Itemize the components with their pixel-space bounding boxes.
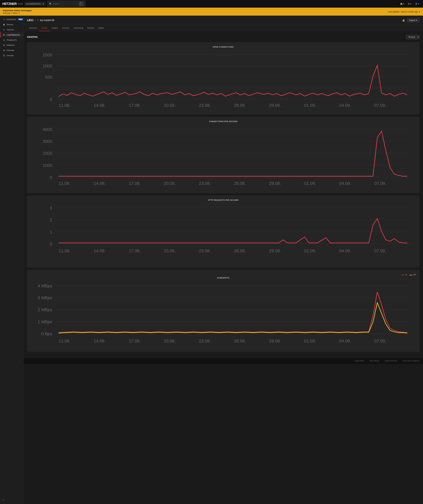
sidebar-item-dashboard[interactable]: ⊙ Dashboard NEW — [0, 17, 24, 22]
networks-icon: ⋈ — [3, 44, 5, 46]
bell-dropdown: ▾ — [403, 3, 404, 5]
search-input[interactable] — [53, 3, 78, 5]
legend-in-label: in — [406, 274, 407, 276]
actions-button[interactable]: Actions ▾ — [407, 18, 419, 23]
legend-out: out — [409, 274, 416, 276]
svg-text:2: 2 — [50, 218, 52, 222]
logo: HETZNER Cloud — [2, 2, 23, 6]
chart-bandwidth-area: 4 MBps 3 MBps 2 MBps 1 MBps 0 Bps 11.08.… — [31, 281, 416, 348]
chart-open-connections: OPEN CONNECTIONS 1500 1000 500 0 — [27, 42, 419, 114]
svg-text:07.09.: 07.09. — [374, 248, 386, 253]
page-header-left: LB11 | ? eu-nurem-lb — [27, 19, 54, 22]
chart-bandwidth: in out BANDWIDTH — [27, 270, 419, 352]
svg-text:1500: 1500 — [43, 53, 52, 57]
status-banner: Important status messages Warning: 1 Oth… — [0, 8, 423, 16]
footer-data-privacy[interactable]: Data Privacy — [369, 360, 380, 362]
search-bar[interactable]: 🔍 ⌘ K — [47, 0, 85, 7]
svg-text:01.09.: 01.09. — [304, 339, 316, 343]
footer-legal-notice[interactable]: Legal Notice — [354, 360, 364, 362]
last-updated-value: about 2 months ago — [401, 11, 418, 13]
security-icon: ⚿ — [3, 54, 5, 57]
svg-text:26.08.: 26.08. — [234, 181, 246, 186]
tab-targets[interactable]: Targets — [50, 25, 60, 31]
graphs-title: GRAPHS — [27, 36, 37, 38]
svg-text:04.09.: 04.09. — [339, 103, 351, 108]
svg-text:11.08.: 11.08. — [59, 103, 71, 108]
sidebar-item-load-balancers[interactable]: ⚖ Load Balancers — [0, 32, 24, 37]
sidebar-collapse-button[interactable]: ⇄ — [2, 498, 4, 501]
tab-services[interactable]: Services — [60, 25, 72, 31]
breadcrumb-id: LB11 — [27, 19, 34, 22]
actions-label: Actions — [409, 19, 415, 21]
tab-networking[interactable]: Networking — [72, 25, 85, 31]
footer-system-policies[interactable]: System Policies — [385, 360, 397, 362]
sidebar-item-security[interactable]: ⚿ Security — [0, 53, 24, 58]
floating-ips-icon: ◎ — [3, 39, 5, 41]
volumes-icon: ◫ — [3, 29, 5, 31]
footer-terms[interactable]: Terms and Conditions — [402, 360, 419, 362]
sidebar-item-firewalls[interactable]: ⊞ Firewalls — [0, 48, 24, 53]
svg-text:23.08.: 23.08. — [199, 248, 211, 253]
apps-button[interactable]: ⊞ ▾ — [406, 2, 413, 6]
svg-text:26.08.: 26.08. — [234, 248, 246, 253]
svg-text:07.09.: 07.09. — [374, 103, 386, 108]
svg-text:07.09.: 07.09. — [374, 181, 386, 186]
svg-text:01.09.: 01.09. — [304, 103, 316, 108]
chart-bandwidth-title: BANDWIDTH — [31, 277, 416, 279]
sidebar-item-volumes[interactable]: ◫ Volumes — [0, 27, 24, 32]
svg-text:17.08.: 17.08. — [129, 103, 141, 108]
svg-text:500: 500 — [45, 75, 52, 79]
legend-out-label: out — [413, 274, 416, 276]
svg-text:14.08.: 14.08. — [94, 248, 106, 253]
load-balancers-icon: ⚖ — [3, 34, 5, 36]
svg-text:3 MBps: 3 MBps — [38, 295, 52, 300]
nav-icons: 🔔 ▾ ⊞ ▾ 👤 ▾ — [399, 2, 421, 6]
layout: ⊙ Dashboard NEW ▣ Servers ◫ Volumes ⚖ Lo… — [0, 16, 423, 504]
chart-http-area: 3 2 1 0 11.08. 14.08. 17.08. 20.08. 23.0… — [31, 204, 416, 264]
svg-text:14.08.: 14.08. — [94, 103, 106, 108]
chart-bandwidth-legend: in out — [31, 274, 416, 276]
banner-expand-icon[interactable]: ▾ — [419, 11, 420, 13]
chart-http-requests: HTTP REQUESTS PER SECOND 3 2 1 0 — [27, 195, 419, 268]
org-selector[interactable]: eu.onetimesecre... ▾ — [24, 2, 46, 6]
bell-icon: 🔔 — [400, 3, 403, 5]
svg-text:3: 3 — [50, 206, 52, 210]
sidebar-label-load-balancers: Load Balancers — [7, 34, 20, 36]
servers-icon: ▣ — [3, 24, 5, 26]
chart-cps-area: 4000 3000 2000 1000 0 11.08. 14.08. 17.0… — [31, 125, 416, 190]
sidebar-item-servers[interactable]: ▣ Servers — [0, 22, 24, 27]
svg-text:4000: 4000 — [43, 127, 52, 132]
sidebar-label-volumes: Volumes — [7, 29, 14, 31]
svg-text:0 Bps: 0 Bps — [41, 331, 52, 336]
breadcrumb-separator: | — [35, 19, 36, 22]
legend-in-dot — [401, 275, 405, 275]
svg-text:20.08.: 20.08. — [164, 181, 176, 186]
footer-sep-3: · — [399, 360, 400, 362]
svg-text:17.08.: 17.08. — [129, 248, 141, 253]
footer-sep-1: · — [367, 360, 367, 362]
legend-in: in — [401, 274, 407, 276]
svg-text:29.08.: 29.08. — [269, 181, 281, 186]
svg-text:1000: 1000 — [43, 64, 52, 68]
last-updated-label: Last updated: — [388, 11, 400, 13]
user-button[interactable]: 👤 ▾ — [413, 2, 421, 6]
tab-graphs[interactable]: Graphs — [39, 25, 50, 31]
chart-open-connections-area: 1500 1000 500 0 11.08. 14.08. 17.08. 20.… — [31, 50, 416, 111]
status-banner-title: Important status messages — [3, 9, 31, 12]
status-banner-content: Important status messages Warning: 1 Oth… — [3, 9, 31, 14]
search-icon: 🔍 — [49, 3, 52, 5]
graphs-header: GRAPHS 30 days 7 days 3 days 1 day — [27, 35, 419, 39]
svg-text:23.08.: 23.08. — [199, 181, 211, 186]
sidebar-label-dashboard: Dashboard — [7, 18, 16, 20]
tab-overview[interactable]: Overview — [27, 25, 39, 31]
tab-delete[interactable]: Delete — [96, 25, 106, 31]
svg-text:1: 1 — [50, 230, 52, 234]
sidebar-label-networks: Networks — [7, 44, 15, 46]
sidebar-item-networks[interactable]: ⋈ Networks — [0, 42, 24, 48]
tab-rescale[interactable]: Rescale — [85, 25, 96, 31]
period-selector[interactable]: 30 days 7 days 3 days 1 day — [406, 35, 419, 39]
main-content: LB11 | ? eu-nurem-lb 🔒 Actions ▾ Overvie… — [24, 16, 423, 504]
sidebar-item-floating-ips[interactable]: ◎ Floating IPs — [0, 37, 24, 42]
lock-icon: 🔒 — [402, 19, 405, 22]
notifications-button[interactable]: 🔔 ▾ — [399, 2, 406, 6]
